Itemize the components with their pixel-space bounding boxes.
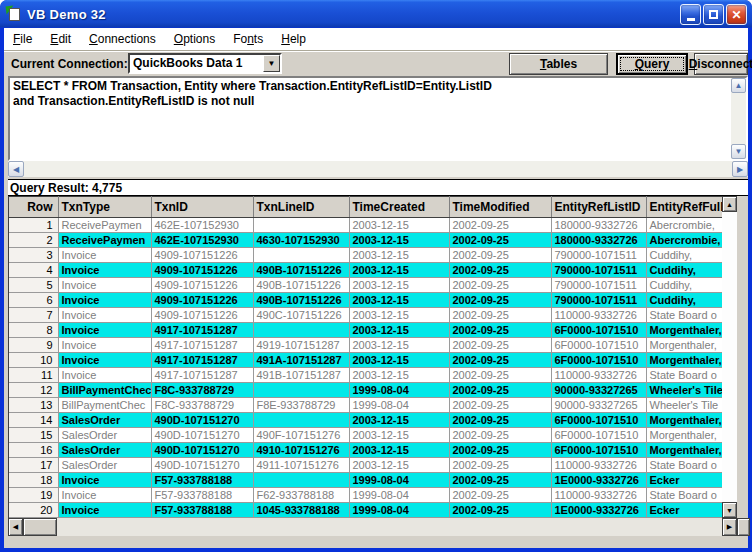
scrollbar-thumb[interactable] [23, 518, 57, 536]
column-header[interactable]: TimeModified [449, 197, 551, 218]
grid-cell[interactable]: 1E0000-9332726 [551, 473, 646, 488]
grid-cell[interactable]: 2002-09-25 [449, 503, 551, 518]
grid-cell[interactable]: Morgenthaler, [646, 413, 723, 428]
grid-cell[interactable]: 1E0000-9332726 [551, 503, 646, 518]
grid-cell[interactable]: Morgenthaler, [646, 428, 723, 443]
row-number[interactable]: 8 [9, 323, 58, 338]
grid-cell[interactable]: Invoice [58, 473, 151, 488]
scroll-up-icon[interactable]: ▲ [722, 196, 737, 212]
grid-cell[interactable]: 491B-107151287 [253, 368, 349, 383]
grid-cell[interactable]: 790000-1071511 [551, 293, 646, 308]
grid-cell[interactable]: 2002-09-25 [449, 383, 551, 398]
grid-cell[interactable]: 180000-9332726 [551, 218, 646, 233]
grid-cell[interactable]: 2002-09-25 [449, 308, 551, 323]
grid-cell[interactable]: Cuddihy, [646, 293, 723, 308]
grid-cell[interactable]: SalesOrder [58, 413, 151, 428]
grid-cell[interactable]: 4910-107151276 [253, 443, 349, 458]
grid-cell[interactable]: 4909-107151226 [151, 278, 253, 293]
grid-cell[interactable]: 790000-1071511 [551, 278, 646, 293]
grid-cell[interactable]: Invoice [58, 248, 151, 263]
grid-cell[interactable]: F8C-933788729 [151, 383, 253, 398]
grid-cell[interactable]: 2003-12-15 [349, 278, 449, 293]
grid-cell[interactable]: SalesOrder [58, 458, 151, 473]
grid-cell[interactable] [253, 323, 349, 338]
grid-cell[interactable]: 1999-08-04 [349, 473, 449, 488]
row-number[interactable]: 7 [9, 308, 58, 323]
grid-cell[interactable]: 2002-09-25 [449, 248, 551, 263]
grid-cell[interactable]: 4909-107151226 [151, 308, 253, 323]
row-number[interactable]: 11 [9, 368, 58, 383]
grid-cell[interactable] [253, 473, 349, 488]
scroll-right-icon[interactable]: ▶ [722, 518, 737, 536]
grid-cell[interactable]: Abercrombie, [646, 233, 723, 248]
grid-cell[interactable]: F8C-933788729 [151, 398, 253, 413]
grid-cell[interactable]: F62-933788188 [253, 488, 349, 503]
grid-cell[interactable]: 110000-9332726 [551, 308, 646, 323]
menu-options[interactable]: Options [165, 29, 224, 49]
row-number[interactable]: 2 [9, 233, 58, 248]
scroll-left-icon[interactable]: ◀ [8, 518, 23, 536]
grid-cell[interactable]: Ecker [646, 503, 723, 518]
column-header[interactable]: EntityRefFullN [646, 197, 723, 218]
grid-cell[interactable]: Invoice [58, 368, 151, 383]
query-editor[interactable]: SELECT * FROM Transaction, Entity where … [10, 78, 731, 159]
query-vertical-scrollbar[interactable]: ▲ ▼ [731, 78, 746, 159]
grid-cell[interactable]: 490D-107151270 [151, 458, 253, 473]
grid-cell[interactable]: State Board o [646, 458, 723, 473]
grid-horizontal-scrollbar[interactable]: ◀ ▶ [8, 518, 737, 536]
grid-cell[interactable]: 2002-09-25 [449, 428, 551, 443]
grid-cell[interactable]: Invoice [58, 488, 151, 503]
grid-cell[interactable]: 790000-1071511 [551, 263, 646, 278]
row-number[interactable]: 9 [9, 338, 58, 353]
row-number[interactable]: 4 [9, 263, 58, 278]
grid-cell[interactable]: 2002-09-25 [449, 368, 551, 383]
grid-cell[interactable]: 490F-107151276 [253, 428, 349, 443]
grid-cell[interactable]: 2003-12-15 [349, 428, 449, 443]
row-number[interactable]: 17 [9, 458, 58, 473]
tables-button[interactable]: Tables [509, 53, 608, 75]
row-number[interactable]: 18 [9, 473, 58, 488]
grid-cell[interactable]: 2002-09-25 [449, 443, 551, 458]
grid-cell[interactable]: Invoice [58, 278, 151, 293]
grid-cell[interactable]: 2002-09-25 [449, 473, 551, 488]
grid-cell[interactable]: 490B-107151226 [253, 263, 349, 278]
scroll-down-icon[interactable]: ▼ [722, 502, 737, 518]
maximize-button[interactable] [703, 4, 724, 25]
row-number[interactable]: 14 [9, 413, 58, 428]
grid-cell[interactable]: 490B-107151226 [253, 293, 349, 308]
grid-cell[interactable]: SalesOrder [58, 428, 151, 443]
grid-cell[interactable]: 2002-09-25 [449, 323, 551, 338]
grid-cell[interactable]: 6F0000-1071510 [551, 428, 646, 443]
grid-cell[interactable]: 2003-12-15 [349, 248, 449, 263]
grid-cell[interactable]: F8E-933788729 [253, 398, 349, 413]
grid-cell[interactable]: F57-933788188 [151, 503, 253, 518]
grid-cell[interactable]: 6F0000-1071510 [551, 323, 646, 338]
grid-cell[interactable]: 1999-08-04 [349, 488, 449, 503]
grid-cell[interactable]: ReceivePaymen [58, 233, 151, 248]
row-number[interactable]: 12 [9, 383, 58, 398]
grid-cell[interactable]: 2002-09-25 [449, 458, 551, 473]
grid-cell[interactable]: F57-933788188 [151, 488, 253, 503]
grid-cell[interactable]: 180000-9332726 [551, 233, 646, 248]
grid-cell[interactable]: 2002-09-25 [449, 413, 551, 428]
grid-cell[interactable]: Invoice [58, 503, 151, 518]
column-header[interactable]: Row [9, 197, 58, 218]
grid-cell[interactable]: Morgenthaler, [646, 353, 723, 368]
grid-cell[interactable]: Invoice [58, 308, 151, 323]
grid-cell[interactable]: 2002-09-25 [449, 218, 551, 233]
connection-combobox[interactable]: QuickBooks Data 1 ▼ [128, 53, 282, 74]
grid-cell[interactable]: BillPaymentChec [58, 398, 151, 413]
grid-cell[interactable]: 4630-107152930 [253, 233, 349, 248]
grid-cell[interactable]: Wheeler's Tile [646, 398, 723, 413]
row-number[interactable]: 15 [9, 428, 58, 443]
grid-cell[interactable]: F57-933788188 [151, 473, 253, 488]
column-header[interactable]: TxnID [151, 197, 253, 218]
row-number[interactable]: 6 [9, 293, 58, 308]
row-number[interactable]: 19 [9, 488, 58, 503]
grid-cell[interactable]: Morgenthaler, [646, 323, 723, 338]
scroll-down-icon[interactable]: ▼ [731, 144, 746, 159]
grid-cell[interactable]: Invoice [58, 353, 151, 368]
grid-cell[interactable]: 2003-12-15 [349, 308, 449, 323]
grid-cell[interactable] [253, 383, 349, 398]
column-header[interactable]: TxnLineID [253, 197, 349, 218]
